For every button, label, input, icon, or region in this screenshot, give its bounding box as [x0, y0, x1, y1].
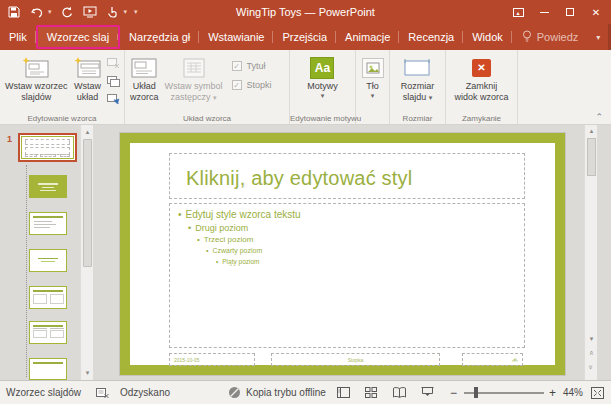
slide-size-button[interactable]: Rozmiarslajdu ▾ [398, 53, 438, 112]
next-slide-icon[interactable]: « [585, 361, 598, 373]
bullet-level-1: •Edytuj style wzorca tekstu [178, 209, 301, 220]
slideshow-view-icon[interactable] [421, 381, 434, 404]
layout-thumbnail-title-only[interactable] [29, 358, 67, 380]
slide-canvas[interactable]: Kliknij, aby edytować styl •Edytuj style… [120, 133, 565, 375]
group-rozmiar: Rozmiarslajdu ▾ Rozmiar [390, 50, 446, 124]
normal-view-icon[interactable] [337, 381, 350, 404]
checkbox-stopki-box: ✓ [232, 80, 242, 90]
zoom-level-label[interactable]: 44% [563, 381, 583, 404]
tab-wzorzec-slajdow[interactable]: Wzorzec slaj [36, 25, 120, 49]
maximize-icon[interactable] [559, 3, 581, 21]
scroll-down-icon[interactable]: ▾ [81, 367, 94, 379]
layout-thumbnail-two-content[interactable] [29, 286, 67, 309]
checkbox-tytul-label: Tytuł [247, 61, 266, 71]
rename-master-icon[interactable] [106, 74, 121, 88]
close-master-x-icon: ✕ [472, 59, 491, 77]
minimize-icon[interactable] [533, 3, 555, 21]
previous-slide-icon[interactable]: « [585, 347, 598, 359]
slide-editing-area: Kliknij, aby edytować styl •Edytuj style… [95, 125, 597, 380]
master-layout-button[interactable]: Układwzorca [127, 53, 162, 112]
scroll-up-icon[interactable]: ▴ [81, 126, 94, 138]
title-placeholder[interactable]: Kliknij, aby edytować styl [169, 153, 525, 199]
ribbon: Wstaw wzorzecslajdów Wstawukład Edy [0, 50, 611, 125]
master-layout-icon [131, 55, 157, 81]
checkbox-tytul[interactable]: ✓ Tytuł [232, 61, 272, 71]
thumbnail-scrollbar[interactable]: ▴ ▾ [80, 125, 93, 380]
slide-master-thumbnail[interactable] [18, 133, 77, 162]
reading-view-icon[interactable] [393, 381, 406, 404]
date-placeholder[interactable]: 2015-10-05 [169, 353, 255, 366]
group-label: Zamykanie [446, 114, 517, 123]
insert-layout-button[interactable]: Wstawukład [71, 53, 105, 112]
layout-thumbnail-section[interactable] [29, 249, 67, 272]
tab-narzedzia-glowne[interactable]: Narzędzia gł [120, 24, 199, 50]
ribbon-display-options-icon[interactable]: ▴ [507, 3, 529, 21]
close-master-view-button[interactable]: ✕ Zamknijwidok wzorca [451, 53, 511, 112]
title-placeholder-text: Kliknij, aby edytować styl [186, 167, 412, 189]
title-bar: ▾ ▾ ▾ WingTip Toys — PowerPoint ▴ ✕ [0, 0, 611, 24]
zoom-slider-handle[interactable] [474, 387, 478, 398]
master-small-buttons [105, 53, 122, 112]
group-zamykanie: ✕ Zamknijwidok wzorca Zamykanie [446, 50, 518, 124]
tell-me-box[interactable]: Powiedz [512, 24, 589, 50]
collapse-ribbon-icon[interactable]: ⌃ [595, 112, 603, 122]
slide-surface: Kliknij, aby edytować styl •Edytuj style… [130, 143, 555, 365]
checkbox-stopki[interactable]: ✓ Stopki [232, 80, 272, 90]
insert-placeholder-icon [182, 55, 206, 81]
fit-to-window-icon[interactable] [591, 381, 604, 404]
background-button[interactable]: Tło ▾ [359, 53, 387, 112]
tab-plik[interactable]: Plik [0, 24, 36, 50]
footer-placeholder[interactable]: Stopka [271, 353, 440, 366]
powerpoint-window: ▾ ▾ ▾ WingTip Toys — PowerPoint ▴ ✕ Plik… [0, 0, 611, 404]
slide-sorter-icon[interactable] [365, 381, 377, 404]
layout-thumbnail-title-content[interactable] [29, 212, 67, 235]
insert-slide-master-button[interactable]: Wstaw wzorzecslajdów [2, 53, 71, 112]
layout-connector-line [26, 165, 27, 377]
scroll-down-icon[interactable]: ▾ [585, 333, 598, 345]
tell-me-label: Powiedz [537, 31, 579, 43]
layout-thumbnail-comparison[interactable] [29, 321, 67, 344]
group-label: Edytowanie wzorca [0, 114, 124, 123]
group-tlo: Tło ▾ [356, 50, 390, 124]
delete-master-icon[interactable] [106, 56, 121, 70]
zoom-out-icon[interactable]: − [450, 381, 457, 404]
scrollbar-thumb[interactable] [587, 138, 596, 176]
body-placeholder[interactable]: •Edytuj style wzorca tekstu •Drugi pozio… [169, 203, 525, 348]
themes-aa-icon: Aa [310, 57, 334, 79]
close-icon[interactable]: ✕ [585, 3, 607, 21]
recovered-label[interactable]: Odzyskano [120, 381, 170, 404]
tab-widok[interactable]: Widok [463, 24, 512, 50]
preserve-master-icon[interactable] [106, 92, 121, 106]
slide-size-icon [403, 55, 431, 81]
group-edytowanie-motywu: Aa Motywy ▾ Edytowanie motywu [290, 50, 356, 124]
tab-recenzja[interactable]: Recenzja [399, 24, 463, 50]
group-label: Rozmiar [390, 114, 445, 123]
ribbon-tab-bar: Plik Wzorzec slaj Narzędzia gł Wstawiani… [0, 24, 611, 50]
slide-thumbnail-panel: 1 [0, 125, 95, 380]
tab-wstawianie[interactable]: Wstawianie [199, 24, 273, 50]
tab-animacje[interactable]: Animacje [336, 24, 399, 50]
slide-number-label: 1 [7, 134, 12, 144]
scrollbar-thumb[interactable] [83, 139, 92, 267]
offline-copy-label: Kopia trybu offline [246, 381, 326, 404]
master-layout-checkboxes: ✓ Tytuł ✓ Stopki [226, 53, 276, 112]
bullet-level-5: •Piąty poziom [216, 258, 260, 265]
themes-button[interactable]: Aa Motywy ▾ [304, 53, 341, 112]
bullet-level-2: •Drugi poziom [188, 223, 248, 233]
slide-number-placeholder[interactable]: ‹#› [462, 353, 523, 366]
tab-przejscia[interactable]: Przejścia [273, 24, 336, 50]
checkbox-tytul-box: ✓ [232, 61, 242, 71]
group-edytowanie-wzorca: Wstaw wzorzecslajdów Wstawukład Edy [0, 50, 125, 124]
view-status-label: Wzorzec slajdów [6, 381, 81, 404]
spellcheck-icon[interactable] [96, 381, 109, 404]
tell-me-dropdown-icon[interactable]: ▾ [588, 24, 608, 50]
offline-icon [228, 381, 241, 404]
content-area: 1 [0, 125, 611, 380]
main-scrollbar[interactable]: ▴ ▾ « « [584, 125, 597, 380]
scroll-up-icon[interactable]: ▴ [585, 125, 598, 137]
zoom-in-icon[interactable]: + [549, 381, 556, 404]
layout-thumbnail-title-slide[interactable] [29, 175, 67, 198]
window-controls: ▴ ✕ [507, 0, 607, 24]
group-label: Układ wzorca [125, 114, 289, 123]
insert-placeholder-button[interactable]: Wstaw symbolzastępczy ▾ [162, 53, 226, 112]
